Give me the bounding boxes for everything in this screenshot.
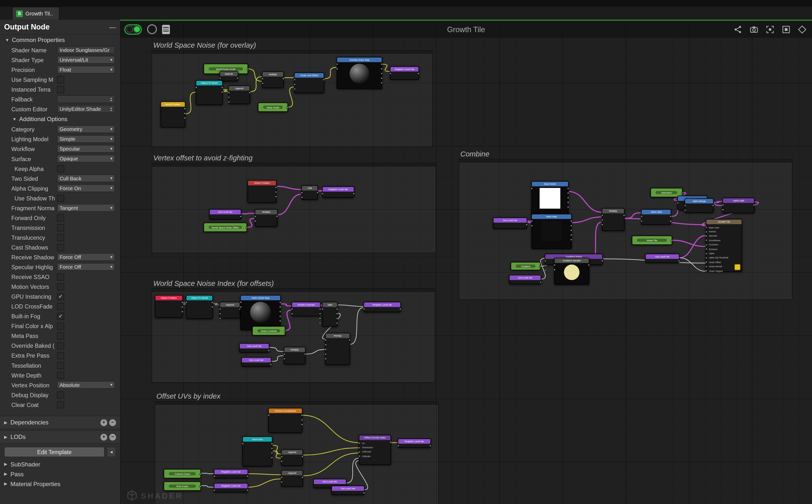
wire[interactable] bbox=[285, 310, 291, 330]
input-port-icon[interactable] bbox=[281, 481, 283, 483]
graph-node-append[interactable]: Append bbox=[281, 449, 303, 466]
input-port-icon[interactable] bbox=[544, 265, 546, 266]
dropdown-precision[interactable]: Float▾ bbox=[57, 66, 115, 74]
material-preview-icon[interactable] bbox=[147, 24, 157, 34]
wire[interactable] bbox=[201, 486, 214, 487]
wire[interactable] bbox=[382, 64, 390, 71]
input-port-icon[interactable] bbox=[219, 77, 221, 79]
output-port-icon[interactable] bbox=[678, 260, 680, 262]
dropdown-surface[interactable]: Opaque▾ bbox=[57, 155, 115, 163]
field-shader-name[interactable]: Indoor Sunglasses/Gr bbox=[57, 46, 115, 54]
input-port-icon[interactable] bbox=[531, 220, 533, 222]
graph-node-multiply[interactable]: Multiply bbox=[262, 71, 284, 88]
input-port-icon[interactable] bbox=[336, 63, 338, 65]
graph-node-index-noise-map[interactable]: Index Noise Map bbox=[240, 295, 281, 330]
input-port-icon[interactable] bbox=[281, 476, 283, 478]
input-port-icon[interactable] bbox=[601, 214, 603, 216]
input-port-icon[interactable] bbox=[261, 78, 263, 80]
output-port-icon[interactable] bbox=[353, 193, 355, 195]
checkbox-final-color-x-alp[interactable] bbox=[57, 322, 64, 330]
dropdown-workflow[interactable]: Specular▾ bbox=[57, 145, 115, 153]
output-port-icon[interactable] bbox=[336, 308, 338, 310]
output-port-icon[interactable] bbox=[336, 322, 338, 324]
checkbox-extra-pre-pass[interactable] bbox=[57, 352, 64, 359]
input-port-icon[interactable] bbox=[544, 269, 546, 271]
output-port-icon[interactable] bbox=[181, 301, 183, 303]
input-port-icon[interactable] bbox=[195, 86, 197, 88]
output-port-icon[interactable] bbox=[237, 77, 239, 79]
output-port-icon[interactable] bbox=[275, 191, 277, 193]
output-port-icon[interactable] bbox=[570, 229, 572, 231]
input-port-icon[interactable] bbox=[228, 96, 230, 98]
remove-lods-button[interactable]: − bbox=[109, 434, 116, 440]
output-port-icon[interactable] bbox=[301, 456, 303, 458]
graph-node-noise-contrast[interactable]: Noise Contrast bbox=[252, 326, 285, 336]
checkbox-forward-only[interactable] bbox=[57, 214, 64, 222]
output-port-icon[interactable] bbox=[601, 260, 603, 262]
output-port-icon[interactable] bbox=[301, 419, 303, 421]
output-port-icon[interactable] bbox=[284, 330, 286, 332]
input-port-icon[interactable] bbox=[254, 215, 256, 217]
input-port-icon[interactable] bbox=[219, 313, 221, 315]
output-port-icon[interactable] bbox=[279, 306, 281, 308]
input-port-icon[interactable] bbox=[722, 204, 724, 206]
output-port-icon[interactable] bbox=[199, 486, 201, 488]
checkbox-meta-pass[interactable] bbox=[57, 332, 64, 339]
lens-icon[interactable] bbox=[798, 25, 807, 34]
wire[interactable] bbox=[278, 194, 301, 215]
focus-selection-icon[interactable] bbox=[765, 25, 775, 34]
graph-node-multiply[interactable]: Multiply bbox=[255, 209, 278, 227]
output-port-icon[interactable] bbox=[301, 476, 303, 478]
output-port-icon[interactable] bbox=[276, 215, 278, 217]
wire[interactable] bbox=[201, 473, 214, 474]
input-port-icon[interactable] bbox=[301, 196, 303, 198]
graph-node-gradient-sample[interactable]: Gradient Sample bbox=[554, 258, 589, 285]
wire[interactable] bbox=[714, 201, 723, 202]
foldout-subshader[interactable]: ▶SubShader bbox=[0, 459, 120, 469]
output-port-icon[interactable] bbox=[184, 108, 186, 110]
input-port-icon[interactable] bbox=[322, 308, 324, 310]
output-port-icon[interactable] bbox=[275, 186, 277, 188]
output-port-icon[interactable] bbox=[540, 281, 541, 283]
wire[interactable] bbox=[248, 474, 281, 475]
wire[interactable] bbox=[241, 213, 255, 214]
field-fallback[interactable]: ▲▼ bbox=[57, 95, 115, 103]
graph-node-world-space-noise-offset[interactable]: World Space Noise Offset bbox=[203, 223, 247, 232]
checkbox-receive-ssao[interactable] bbox=[57, 273, 64, 280]
output-port-icon[interactable] bbox=[539, 266, 541, 267]
checkbox-keep-alpha[interactable] bbox=[57, 165, 64, 172]
input-port-icon[interactable] bbox=[240, 301, 242, 303]
section-dependencies[interactable]: ▶Dependencies+− bbox=[0, 416, 120, 429]
output-port-icon[interactable] bbox=[417, 72, 419, 74]
wire[interactable] bbox=[572, 217, 602, 223]
foldout-material-properties[interactable]: ▶Material Properties bbox=[0, 479, 120, 489]
input-port-icon[interactable] bbox=[531, 225, 533, 227]
checkbox-debug-display[interactable] bbox=[57, 391, 64, 398]
add-lods-button[interactable]: + bbox=[100, 434, 107, 440]
wire[interactable] bbox=[318, 191, 322, 191]
input-port-icon[interactable] bbox=[684, 209, 686, 211]
output-port-icon[interactable] bbox=[304, 353, 306, 355]
wire[interactable] bbox=[288, 87, 294, 107]
output-port-icon[interactable] bbox=[526, 224, 527, 226]
stepper-icons[interactable]: ▲▼ bbox=[110, 97, 112, 101]
output-port-icon[interactable] bbox=[271, 447, 273, 449]
common-properties-foldout[interactable]: ▼ Common Properties bbox=[0, 35, 120, 45]
input-port-icon[interactable] bbox=[283, 353, 285, 355]
input-port-icon[interactable] bbox=[601, 224, 603, 226]
collapse-panel-icon[interactable]: — bbox=[109, 23, 116, 31]
output-port-icon[interactable] bbox=[319, 322, 321, 324]
checkbox-lod-crossfade[interactable] bbox=[57, 303, 64, 310]
checkbox-instanced-terra[interactable] bbox=[57, 86, 64, 93]
output-port-icon[interactable] bbox=[271, 457, 273, 459]
fit-view-icon[interactable] bbox=[782, 25, 791, 34]
input-port-icon[interactable] bbox=[389, 72, 391, 74]
dropdown-specular-highlig[interactable]: Force Off▾ bbox=[57, 263, 115, 271]
output-port-icon[interactable] bbox=[567, 187, 569, 189]
remove-dependencies-button[interactable]: − bbox=[109, 419, 116, 426]
output-port-icon[interactable] bbox=[670, 220, 671, 222]
wire[interactable] bbox=[302, 415, 359, 443]
edit-template-button[interactable]: Edit Template bbox=[4, 447, 105, 457]
input-port-icon[interactable] bbox=[281, 456, 283, 458]
template-back-button[interactable]: ◄ bbox=[107, 447, 116, 457]
